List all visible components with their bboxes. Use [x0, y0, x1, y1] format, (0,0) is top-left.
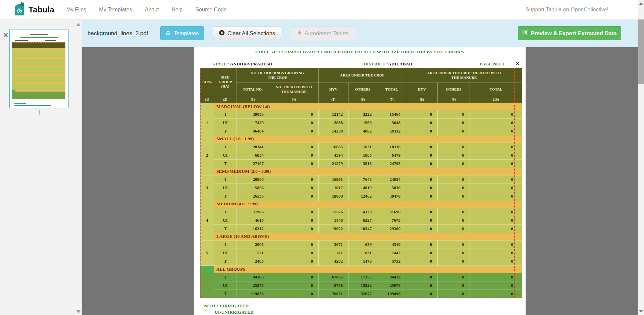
table-cell: 0	[438, 208, 470, 216]
table-cell: 21279	[319, 160, 348, 168]
table-cell: 0	[438, 119, 470, 127]
data-row: UI68540459418856479000	[200, 151, 522, 160]
table-cell	[200, 103, 214, 110]
table-cell: 0	[406, 184, 438, 192]
table-cell: 0	[470, 216, 522, 225]
table-cell: 19112	[377, 127, 406, 136]
templates-icon	[165, 30, 171, 37]
table-cell: 20800	[236, 175, 269, 184]
table-cell: 0	[269, 208, 319, 216]
table-cell: 17355	[348, 273, 377, 281]
table-cell: 0	[470, 225, 522, 233]
brand[interactable]: Tabula	[15, 2, 54, 17]
header-total: TOTAL	[377, 83, 406, 96]
table-cell: 6479	[377, 151, 406, 160]
colnum-row: (1)(2)(3)(4)(5)(6)(7)(8)(9)(10)	[200, 96, 522, 103]
data-row: UI58560101748195836000	[200, 184, 522, 192]
main-scrollbar[interactable]	[638, 0, 644, 315]
table-cell: 0	[269, 175, 319, 184]
table-cell: I	[214, 241, 236, 249]
table-cell: 0	[438, 290, 470, 298]
col-number: (10)	[470, 96, 522, 103]
slno-cell	[200, 273, 214, 298]
table-cell: 39053	[236, 110, 269, 119]
table-cell: 0	[470, 160, 522, 168]
data-row: 4I11986017576412021696000	[200, 208, 522, 216]
table-cell: 0	[406, 119, 438, 127]
table-cell: 0	[470, 175, 522, 184]
table-cell: 7643	[348, 175, 377, 184]
header-holdings: NO. OF HOLDINGS GROWING THE CROP	[236, 68, 319, 83]
slno-cell: 1	[200, 110, 214, 136]
header-total-no: TOTAL NO.	[236, 83, 269, 96]
remove-file-icon[interactable]: ✕	[3, 32, 9, 39]
table-cell: 84420	[377, 273, 406, 281]
table-cell: 4310	[377, 241, 406, 249]
nav-item-source-code[interactable]: Source Code	[195, 7, 226, 13]
table-cell: 3322	[348, 110, 377, 119]
sidebar-scroll-up-icon[interactable]	[76, 23, 81, 26]
nav-item-my-templates[interactable]: My Templates	[99, 7, 132, 13]
data-row: UI52106118311442000	[200, 249, 522, 257]
filename-label: background_lines_2.pdf	[88, 20, 148, 47]
clear-all-selections-button[interactable]: Clear All Selections	[213, 26, 281, 40]
autodetect-tables-button[interactable]: Autodetect Tables	[291, 26, 355, 40]
thumb-note-line2	[14, 103, 26, 104]
table-cell: 0	[406, 175, 438, 184]
table-cell: 0	[406, 110, 438, 119]
table-cell: 0	[470, 241, 522, 249]
table-cell: I	[214, 175, 236, 184]
thumb-subtitle-line	[20, 37, 58, 38]
app-root: Tabula My Files My Templates About Help …	[0, 0, 644, 315]
table-cell: 0	[269, 143, 319, 151]
group-label-row: MEDIUM (4.0 - 9.99)	[200, 201, 522, 208]
scrollbar-thumb[interactable]	[638, 19, 644, 84]
table-cell: 3648	[377, 119, 406, 127]
table-cell: 0	[406, 273, 438, 281]
scrollbar-down-icon[interactable]	[639, 310, 643, 313]
scrollbar-up-icon[interactable]	[639, 2, 643, 5]
page-thumbnail[interactable]	[9, 30, 69, 108]
table-cell: 0	[269, 184, 319, 192]
nav-item-my-files[interactable]: My Files	[66, 7, 87, 13]
table-cell: 12142	[319, 110, 348, 119]
table-cell: 15464	[377, 110, 406, 119]
data-row: UI25275097561532225078000	[200, 281, 522, 290]
table-cell: 831	[348, 249, 377, 257]
thumb-allgroups-band	[12, 92, 65, 99]
header-area-treated: AREA UNDER THE CROP TREATED WITH THE MAN…	[406, 68, 522, 83]
pdf-page[interactable]: TABLE 5J : ESTIMATED AREA UNDER PADDY TR…	[194, 47, 526, 315]
table-cell: 5836	[377, 184, 406, 192]
table-cell: 2005	[236, 241, 269, 249]
support-link[interactable]: Support Tabula on OpenCollective!	[526, 7, 608, 13]
preview-export-button[interactable]: Preview & Export Extracted Data	[518, 26, 621, 40]
col-number: (7)	[377, 96, 406, 103]
data-row: UI46150144662277673000	[200, 216, 522, 225]
table-cell: I	[214, 273, 236, 281]
table-cell: 7673	[377, 216, 406, 225]
table-cell: T	[214, 127, 236, 136]
table-cell: 0	[406, 151, 438, 160]
table-cell: 0	[269, 160, 319, 168]
table-cell: 0	[470, 143, 522, 151]
templates-button[interactable]: Templates	[160, 26, 204, 40]
table-cell: UI	[214, 249, 236, 257]
nav-item-help[interactable]: Help	[172, 7, 183, 13]
nav-item-about[interactable]: About	[145, 7, 159, 13]
table-cell: 11986	[236, 208, 269, 216]
table-cell: 0	[269, 225, 319, 233]
selection-close-icon[interactable]: ✕	[516, 61, 520, 67]
table-cell: 0	[438, 151, 470, 160]
table-cell: 18008	[319, 192, 348, 201]
table-cell: 0	[269, 192, 319, 201]
tabula-logo-icon	[15, 2, 25, 17]
table-cell: 4882	[348, 127, 377, 136]
table-cell: UI	[214, 184, 236, 192]
sidebar-scroll-down-icon[interactable]	[76, 310, 81, 313]
thumb-state-line	[15, 40, 28, 41]
table-cell: 0	[406, 257, 438, 266]
table-cell: 0	[269, 119, 319, 127]
table-cell: 4120	[348, 208, 377, 216]
table-cell: T	[214, 192, 236, 201]
table-cell	[200, 136, 214, 143]
